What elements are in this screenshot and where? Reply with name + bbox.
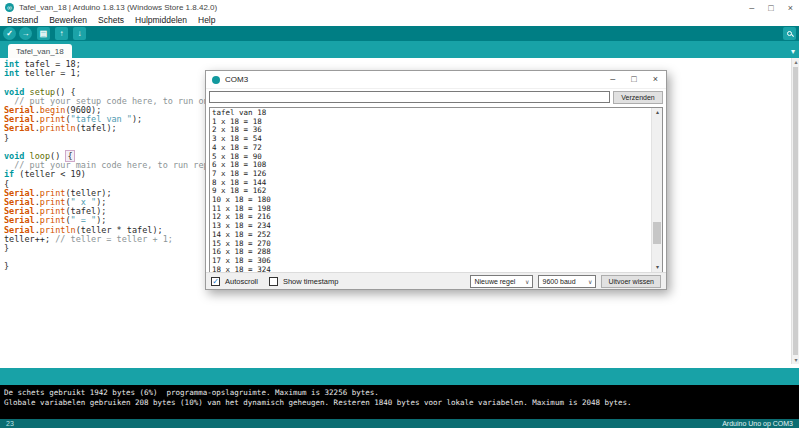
- status-bar: 23 Arduino Uno op COM3: [0, 419, 799, 428]
- arduino-ide-window: ∞ Tafel_van_18 | Arduino 1.8.13 (Windows…: [0, 0, 799, 428]
- serial-line: 8 x 18 = 144: [212, 179, 660, 188]
- open-icon: ↑: [60, 29, 64, 38]
- show-timestamp-label: Show timestamp: [283, 277, 338, 286]
- save-button[interactable]: ↓: [73, 27, 86, 40]
- serial-line: 16 x 18 = 288: [212, 248, 660, 257]
- open-button[interactable]: ↑: [55, 27, 68, 40]
- serial-line: 14 x 18 = 252: [212, 231, 660, 240]
- serial-line: 4 x 18 = 72: [212, 144, 660, 153]
- menu-bestand[interactable]: Bestand: [7, 15, 38, 25]
- scroll-up-icon[interactable]: ▴: [792, 58, 799, 66]
- menu-schets[interactable]: Schets: [98, 15, 124, 25]
- serial-scroll-down-icon[interactable]: ▾: [652, 263, 663, 272]
- tab-list-button[interactable]: ▾: [791, 47, 795, 56]
- serial-line: 11 x 18 = 198: [212, 205, 660, 214]
- tab-strip: Tafel_van_18 ▾: [0, 41, 799, 58]
- console-line: De schets gebruikt 1942 bytes (6%) progr…: [4, 388, 799, 398]
- baud-rate-dropdown[interactable]: 9600 baud ∨: [538, 275, 596, 288]
- line-ending-value: Nieuwe regel: [474, 278, 515, 285]
- console-line: Globale variabelen gebruiken 208 bytes (…: [4, 398, 799, 408]
- compiler-console: De schets gebruikt 1942 bytes (6%) progr…: [0, 385, 799, 419]
- serial-monitor-button[interactable]: [783, 27, 796, 40]
- serial-line: 12 x 18 = 216: [212, 213, 660, 222]
- menu-bar: BestandBewerkenSchetsHulpmiddelenHelp: [0, 14, 799, 26]
- window-title: Tafel_van_18 | Arduino 1.8.13 (Windows S…: [19, 3, 217, 12]
- serial-monitor-app-icon: [212, 76, 220, 84]
- serial-output-lines: tafel van 181 x 18 = 182 x 18 = 363 x 18…: [210, 108, 662, 273]
- save-icon: ↓: [78, 29, 82, 38]
- arduino-app-icon: ∞: [5, 3, 14, 12]
- upload-button[interactable]: →: [19, 27, 32, 40]
- autoscroll-label: Autoscroll: [225, 277, 258, 286]
- serial-scrollbar-thumb[interactable]: [653, 222, 661, 244]
- serial-line: 13 x 18 = 234: [212, 222, 660, 231]
- close-button[interactable]: ×: [788, 3, 793, 13]
- toolbar: ✓→▤↑↓: [0, 26, 799, 41]
- chevron-down-icon: ∨: [588, 278, 592, 285]
- verify-button[interactable]: ✓: [3, 27, 16, 40]
- serial-line: 9 x 18 = 162: [212, 187, 660, 196]
- serial-line: 2 x 18 = 36: [212, 126, 660, 135]
- serial-scroll-up-icon[interactable]: ▴: [652, 108, 663, 117]
- serial-line: 6 x 18 = 108: [212, 161, 660, 170]
- serial-line: 3 x 18 = 54: [212, 135, 660, 144]
- serial-line: 10 x 18 = 180: [212, 196, 660, 205]
- serial-input-field[interactable]: [209, 91, 610, 103]
- editor-scrollbar[interactable]: ▴ ▾: [791, 58, 799, 364]
- serial-line: 7 x 18 = 126: [212, 170, 660, 179]
- serial-maximize-button[interactable]: □: [631, 74, 636, 84]
- serial-minimize-button[interactable]: –: [610, 74, 615, 84]
- serial-monitor-title: COM3: [225, 75, 248, 84]
- chevron-down-icon: ∨: [525, 278, 529, 285]
- show-timestamp-checkbox[interactable]: [269, 277, 278, 286]
- tab-label: Tafel_van_18: [16, 47, 64, 56]
- send-button[interactable]: Verzenden: [613, 91, 663, 104]
- code-line: int tafel = 18;: [4, 60, 799, 69]
- verify-icon: ✓: [6, 29, 13, 38]
- serial-line: tafel van 18: [212, 109, 660, 118]
- menu-help[interactable]: Help: [198, 15, 215, 25]
- editor-scrollbar-thumb[interactable]: [793, 67, 798, 355]
- magnifier-icon: [787, 31, 792, 36]
- new-sketch-button[interactable]: ▤: [37, 27, 50, 40]
- menu-bewerken[interactable]: Bewerken: [49, 15, 87, 25]
- serial-output-area[interactable]: tafel van 181 x 18 = 182 x 18 = 363 x 18…: [209, 107, 663, 273]
- tab-tafel-van-18[interactable]: Tafel_van_18: [8, 44, 72, 58]
- new-sketch-icon: ▤: [40, 29, 48, 38]
- autoscroll-checkbox[interactable]: ✓: [211, 277, 220, 286]
- maximize-button[interactable]: □: [768, 3, 773, 13]
- scroll-down-icon[interactable]: ▾: [792, 356, 799, 364]
- cursor-line-number: 23: [6, 420, 14, 427]
- menu-hulpmiddelen[interactable]: Hulpmiddelen: [135, 15, 187, 25]
- serial-monitor-titlebar[interactable]: COM3 – □ ×: [206, 71, 666, 89]
- serial-line: 1 x 18 = 18: [212, 118, 660, 127]
- serial-line: 17 x 18 = 306: [212, 257, 660, 266]
- editor-console-divider[interactable]: [0, 368, 799, 385]
- line-ending-dropdown[interactable]: Nieuwe regel ∨: [470, 275, 533, 288]
- serial-line: 15 x 18 = 270: [212, 240, 660, 249]
- serial-monitor-window: COM3 – □ × Verzenden tafel van 181 x 18 …: [205, 70, 667, 290]
- board-port-info: Arduino Uno op COM3: [722, 420, 793, 427]
- title-bar: ∞ Tafel_van_18 | Arduino 1.8.13 (Windows…: [0, 0, 799, 14]
- serial-monitor-bottom-bar: ✓ Autoscroll Show timestamp Nieuwe regel…: [206, 272, 666, 289]
- clear-output-button[interactable]: Uitvoer wissen: [601, 275, 661, 288]
- upload-icon: →: [22, 29, 30, 38]
- serial-line: 5 x 18 = 90: [212, 153, 660, 162]
- serial-scrollbar[interactable]: ▴ ▾: [651, 108, 662, 272]
- minimize-button[interactable]: –: [749, 3, 754, 13]
- serial-close-button[interactable]: ×: [653, 74, 658, 84]
- baud-rate-value: 9600 baud: [542, 278, 575, 285]
